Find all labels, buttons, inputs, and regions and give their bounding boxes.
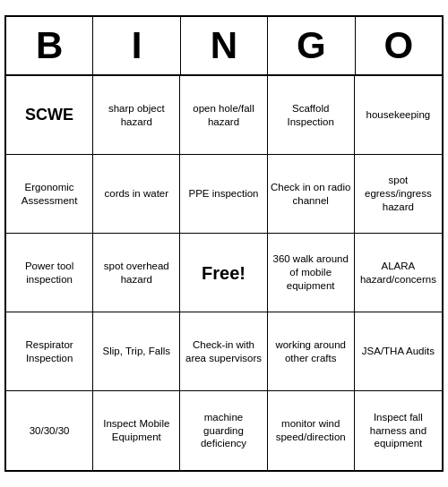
bingo-cell-5[interactable]: Ergonomic Assessment [6, 155, 93, 234]
header-i: I [93, 17, 180, 74]
bingo-cell-15[interactable]: Respirator Inspection [6, 312, 93, 391]
header-o: O [356, 17, 442, 74]
bingo-cell-9[interactable]: spot egress/ingress hazard [355, 155, 442, 234]
bingo-cell-18[interactable]: working around other crafts [268, 312, 355, 391]
bingo-cell-12[interactable]: Free! [180, 234, 267, 312]
bingo-cell-19[interactable]: JSA/THA Audits [355, 312, 442, 391]
bingo-cell-4[interactable]: housekeeping [355, 76, 442, 155]
bingo-cell-0[interactable]: SCWE [6, 76, 93, 155]
bingo-cell-17[interactable]: Check-in with area supervisors [180, 312, 267, 391]
bingo-cell-8[interactable]: Check in on radio channel [268, 155, 355, 234]
bingo-cell-11[interactable]: spot overhead hazard [93, 234, 180, 312]
header-b: B [6, 17, 93, 74]
bingo-cell-20[interactable]: 30/30/30 [6, 391, 93, 470]
bingo-cell-6[interactable]: cords in water [93, 155, 180, 234]
bingo-header: B I N G O [6, 17, 442, 76]
bingo-cell-16[interactable]: Slip, Trip, Falls [93, 312, 180, 391]
bingo-cell-14[interactable]: ALARA hazard/concerns [355, 234, 442, 312]
header-n: N [181, 17, 268, 74]
bingo-cell-24[interactable]: Inspect fall harness and equipment [355, 391, 442, 470]
bingo-grid: SCWEsharp object hazardopen hole/fall ha… [6, 76, 442, 470]
bingo-card: B I N G O SCWEsharp object hazardopen ho… [4, 15, 444, 472]
bingo-cell-22[interactable]: machine guarding deficiency [180, 391, 267, 470]
bingo-cell-2[interactable]: open hole/fall hazard [180, 76, 267, 155]
header-g: G [268, 17, 355, 74]
bingo-cell-21[interactable]: Inspect Mobile Equipment [93, 391, 180, 470]
bingo-cell-7[interactable]: PPE inspection [180, 155, 267, 234]
bingo-cell-23[interactable]: monitor wind speed/direction [268, 391, 355, 470]
bingo-cell-10[interactable]: Power tool inspection [6, 234, 93, 312]
bingo-cell-13[interactable]: 360 walk around of mobile equipment [268, 234, 355, 312]
bingo-cell-3[interactable]: Scaffold Inspection [268, 76, 355, 155]
bingo-cell-1[interactable]: sharp object hazard [93, 76, 180, 155]
